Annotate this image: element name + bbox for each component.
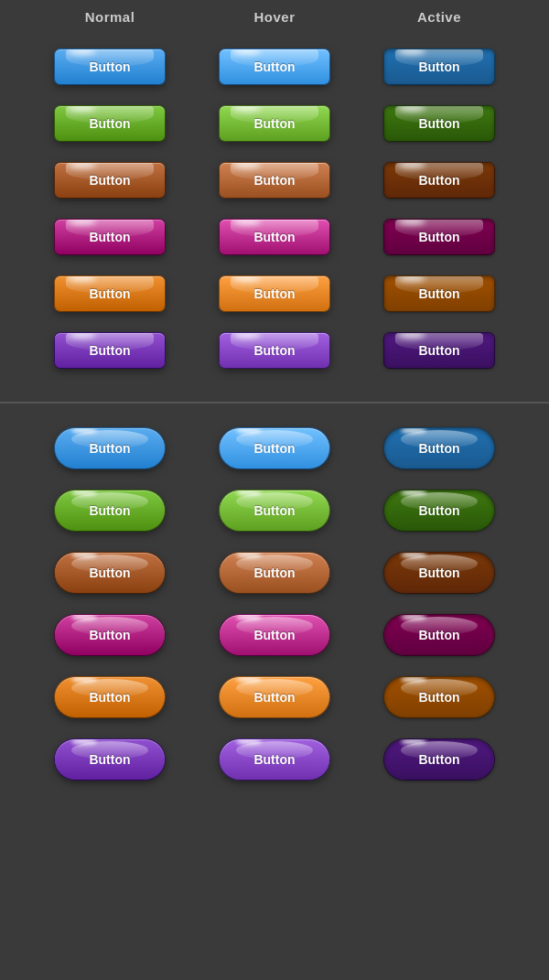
- cell-normal: Button: [27, 490, 192, 531]
- cell-active: Button: [357, 553, 522, 593]
- violet-pill-hover[interactable]: Button: [220, 739, 329, 780]
- button-row-blue-rect: Button Button Button: [0, 38, 549, 95]
- cell-normal: Button: [27, 677, 192, 717]
- cell-normal: Button: [27, 163, 192, 198]
- green-rect-active[interactable]: Button: [384, 106, 494, 141]
- orange-pill-hover[interactable]: Button: [220, 677, 329, 717]
- orange-rect-hover[interactable]: Button: [220, 276, 329, 311]
- cell-normal: Button: [27, 106, 192, 141]
- cell-active: Button: [357, 106, 522, 141]
- green-pill-normal[interactable]: Button: [55, 490, 165, 531]
- cell-active: Button: [357, 615, 522, 655]
- green-pill-hover[interactable]: Button: [220, 490, 329, 531]
- purple-pill-hover[interactable]: Button: [220, 615, 329, 655]
- green-rect-normal[interactable]: Button: [55, 106, 165, 141]
- cell-hover: Button: [192, 106, 357, 141]
- cell-hover: Button: [192, 553, 357, 593]
- cell-normal: Button: [27, 49, 192, 84]
- section-divider: [0, 402, 549, 404]
- cell-active: Button: [357, 490, 522, 531]
- button-row-green-rect: Button Button Button: [0, 95, 549, 152]
- brown-rect-normal[interactable]: Button: [55, 163, 165, 198]
- button-row-brown-rect: Button Button Button: [0, 152, 549, 209]
- cell-hover: Button: [192, 677, 357, 717]
- blue-rect-active[interactable]: Button: [384, 49, 494, 84]
- cell-normal: Button: [27, 276, 192, 311]
- cell-hover: Button: [192, 490, 357, 531]
- cell-hover: Button: [192, 163, 357, 198]
- cell-active: Button: [357, 276, 522, 311]
- violet-pill-normal[interactable]: Button: [55, 739, 165, 780]
- cell-hover: Button: [192, 49, 357, 84]
- cell-hover: Button: [192, 276, 357, 311]
- cell-normal: Button: [27, 428, 192, 468]
- button-row-violet-rect: Button Button Button: [0, 322, 549, 379]
- rect-button-section: Button Button Button Button Button Butto…: [0, 29, 549, 397]
- purple-pill-normal[interactable]: Button: [55, 615, 165, 655]
- brown-rect-active[interactable]: Button: [384, 163, 494, 198]
- cell-active: Button: [357, 739, 522, 780]
- orange-pill-normal[interactable]: Button: [55, 677, 165, 717]
- orange-pill-active[interactable]: Button: [384, 677, 494, 717]
- violet-rect-normal[interactable]: Button: [55, 333, 165, 368]
- cell-normal: Button: [27, 615, 192, 655]
- cell-active: Button: [357, 677, 522, 717]
- button-row-blue-pill: Button Button Button: [0, 417, 549, 479]
- purple-rect-hover[interactable]: Button: [220, 220, 329, 254]
- cell-active: Button: [357, 49, 522, 84]
- button-row-violet-pill: Button Button Button: [0, 728, 549, 791]
- green-pill-active[interactable]: Button: [384, 490, 494, 531]
- brown-pill-normal[interactable]: Button: [55, 553, 165, 593]
- header-normal: Normal: [27, 9, 192, 25]
- orange-rect-active[interactable]: Button: [384, 276, 494, 311]
- header-hover: Hover: [192, 9, 357, 25]
- button-row-orange-pill: Button Button Button: [0, 666, 549, 728]
- blue-pill-normal[interactable]: Button: [55, 428, 165, 468]
- brown-rect-hover[interactable]: Button: [220, 163, 329, 198]
- purple-pill-active[interactable]: Button: [384, 615, 494, 655]
- button-row-purple-rect: Button Button Button: [0, 209, 549, 265]
- cell-normal: Button: [27, 553, 192, 593]
- cell-hover: Button: [192, 428, 357, 468]
- header-active: Active: [357, 9, 522, 25]
- purple-rect-active[interactable]: Button: [384, 220, 494, 254]
- cell-hover: Button: [192, 739, 357, 780]
- green-rect-hover[interactable]: Button: [220, 106, 329, 141]
- violet-rect-hover[interactable]: Button: [220, 333, 329, 368]
- cell-hover: Button: [192, 333, 357, 368]
- button-row-brown-pill: Button Button Button: [0, 542, 549, 604]
- cell-hover: Button: [192, 615, 357, 655]
- blue-pill-hover[interactable]: Button: [220, 428, 329, 468]
- blue-pill-active[interactable]: Button: [384, 428, 494, 468]
- orange-rect-normal[interactable]: Button: [55, 276, 165, 311]
- violet-rect-active[interactable]: Button: [384, 333, 494, 368]
- brown-pill-hover[interactable]: Button: [220, 553, 329, 593]
- button-row-purple-pill: Button Button Button: [0, 604, 549, 666]
- button-row-orange-rect: Button Button Button: [0, 265, 549, 322]
- cell-active: Button: [357, 333, 522, 368]
- cell-normal: Button: [27, 739, 192, 780]
- cell-normal: Button: [27, 220, 192, 254]
- brown-pill-active[interactable]: Button: [384, 553, 494, 593]
- blue-rect-normal[interactable]: Button: [55, 49, 165, 84]
- cell-active: Button: [357, 428, 522, 468]
- cell-hover: Button: [192, 220, 357, 254]
- cell-normal: Button: [27, 333, 192, 368]
- cell-active: Button: [357, 163, 522, 198]
- purple-rect-normal[interactable]: Button: [55, 220, 165, 254]
- cell-active: Button: [357, 220, 522, 254]
- pill-button-section: Button Button Button Button Button Butto…: [0, 408, 549, 809]
- blue-rect-hover[interactable]: Button: [220, 49, 329, 84]
- button-row-green-pill: Button Button Button: [0, 479, 549, 542]
- column-headers: Normal Hover Active: [0, 0, 549, 29]
- violet-pill-active[interactable]: Button: [384, 739, 494, 780]
